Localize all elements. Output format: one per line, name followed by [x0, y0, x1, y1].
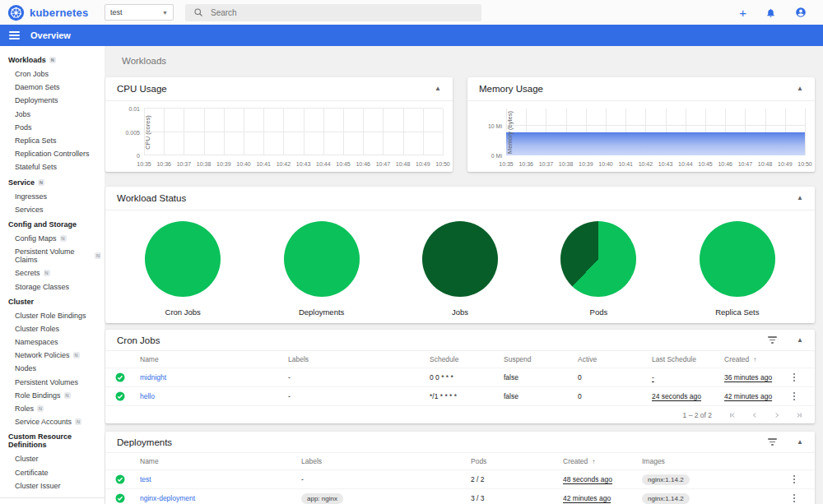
sidebar-item-deployments[interactable]: Deployments: [0, 94, 105, 107]
search-input[interactable]: [211, 8, 473, 17]
search-bar[interactable]: [185, 4, 481, 21]
x-tick-label: 10:49: [416, 161, 430, 167]
kebab-menu-icon[interactable]: [782, 494, 807, 502]
create-resource-button[interactable]: +: [739, 7, 746, 19]
next-page-icon[interactable]: [773, 411, 781, 419]
cron-jobs-card: Cron Jobs ▲ NameLabelsScheduleSuspendAct…: [105, 330, 815, 423]
sidebar-section-workloads[interactable]: WorkloadsN: [0, 52, 105, 67]
resource-name-link[interactable]: nginx-deployment: [140, 494, 195, 502]
collapse-icon[interactable]: ▲: [797, 337, 803, 344]
resource-name-link[interactable]: test: [140, 475, 151, 483]
memory-usage-chart: 0 Mi10 Mi10:3510:3610:3710:3810:3910:401…: [467, 101, 815, 171]
column-header-created[interactable]: Created↑: [724, 355, 782, 363]
gridline: [224, 109, 225, 155]
column-header-images[interactable]: Images: [642, 457, 782, 465]
collapse-icon[interactable]: ▲: [797, 195, 803, 201]
sidebar-item-network-policies[interactable]: Network PoliciesN: [0, 349, 105, 362]
column-header-created[interactable]: Created↑: [563, 457, 642, 465]
last-page-icon[interactable]: [795, 411, 803, 419]
sidebar-item-services[interactable]: Services: [0, 203, 105, 216]
account-icon[interactable]: [795, 7, 807, 18]
sidebar-section-cluster[interactable]: Cluster: [0, 294, 105, 309]
sidebar-item-daemon-sets[interactable]: Daemon Sets: [0, 81, 105, 94]
sidebar-item-persistent-volume-claims[interactable]: Persistent Volume ClaimsN: [0, 245, 105, 266]
label-chip: app: nginx: [301, 493, 343, 504]
sidebar-item-secrets[interactable]: SecretsN: [0, 266, 105, 280]
column-header-pods[interactable]: Pods: [471, 457, 563, 465]
sidebar-item-cluster-issuer[interactable]: Cluster Issuer: [0, 479, 105, 492]
sidebar-item-pods[interactable]: Pods: [0, 121, 105, 134]
collapse-icon[interactable]: ▲: [797, 86, 803, 92]
filter-icon[interactable]: [768, 438, 777, 446]
appbar-title: Overview: [30, 30, 71, 40]
menu-icon[interactable]: [9, 31, 20, 40]
namespace-select[interactable]: test ▼: [105, 4, 174, 21]
column-header-active[interactable]: Active: [578, 355, 652, 363]
memory-area-series: [506, 132, 805, 156]
x-tick-label: 10:39: [579, 161, 593, 167]
sidebar-item-config-maps[interactable]: Config MapsN: [0, 232, 105, 245]
sidebar-section-service[interactable]: ServiceN: [0, 174, 105, 190]
column-header-name[interactable]: Name: [140, 457, 301, 465]
sidebar-item-stateful-sets[interactable]: Stateful Sets: [0, 160, 105, 173]
pie-chart[interactable]: [422, 221, 498, 297]
pie-chart[interactable]: [284, 221, 360, 297]
pie-chart[interactable]: [560, 221, 636, 297]
gridline: [805, 109, 806, 155]
sidebar-item-service-accounts[interactable]: Service AccountsN: [0, 415, 105, 428]
workload-pie-pods: Pods: [529, 221, 667, 317]
workload-pie-jobs: Jobs: [391, 221, 529, 317]
sidebar-item-roles[interactable]: RolesN: [0, 402, 105, 415]
x-tick-label: 10:46: [356, 161, 370, 167]
sidebar-item-storage-classes[interactable]: Storage Classes: [0, 280, 105, 293]
pie-chart[interactable]: [700, 221, 775, 297]
sidebar-divider: [0, 497, 105, 498]
table-cell: -: [288, 392, 291, 400]
table-cell: */1 * * * *: [430, 392, 457, 400]
column-header-last-schedule[interactable]: Last Schedule: [652, 355, 724, 363]
x-tick-label: 10:42: [277, 161, 291, 167]
workload-status-card: Workload Status ▲ Cron JobsDeploymentsJo…: [105, 187, 815, 323]
sidebar-section-config-and-storage[interactable]: Config and Storage: [0, 216, 105, 232]
sidebar-item-persistent-volumes[interactable]: Persistent Volumes: [0, 376, 105, 389]
pie-chart[interactable]: [145, 221, 221, 297]
sidebar-item-ingresses[interactable]: Ingresses: [0, 190, 105, 203]
sidebar-item-jobs[interactable]: Jobs: [0, 108, 105, 121]
column-header-labels[interactable]: Labels: [288, 355, 430, 363]
sidebar-item-cluster[interactable]: Cluster: [0, 452, 105, 465]
collapse-icon[interactable]: ▲: [797, 439, 803, 446]
resource-name-link[interactable]: hello: [140, 392, 155, 400]
column-header-name[interactable]: Name: [140, 355, 288, 363]
kebab-menu-icon[interactable]: [782, 475, 807, 483]
previous-page-icon[interactable]: [751, 411, 759, 419]
sidebar-item-cron-jobs[interactable]: Cron Jobs: [0, 67, 105, 81]
sidebar-item-nodes[interactable]: Nodes: [0, 362, 105, 375]
first-page-icon[interactable]: [728, 411, 737, 419]
sidebar-section-custom-resource-definitions[interactable]: Custom Resource Definitions: [0, 428, 105, 452]
collapse-icon[interactable]: ▲: [435, 86, 441, 92]
notifications-bell-icon[interactable]: [765, 7, 776, 18]
sidebar-item-certificate[interactable]: Certificate: [0, 466, 105, 479]
column-header-suspend[interactable]: Suspend: [504, 355, 578, 363]
column-header-labels[interactable]: Labels: [301, 457, 471, 465]
filter-icon[interactable]: [768, 336, 777, 344]
kubernetes-logo[interactable]: kubernetes: [0, 4, 105, 21]
sidebar-item-role-bindings[interactable]: Role BindingsN: [0, 389, 105, 402]
x-tick-label: 10:39: [216, 161, 231, 167]
kebab-menu-icon[interactable]: [782, 392, 807, 400]
sidebar-item-cluster-roles[interactable]: Cluster Roles: [0, 322, 105, 335]
sidebar-item-replica-sets[interactable]: Replica Sets: [0, 134, 105, 147]
namespaced-badge: N: [37, 405, 44, 412]
table-cell: 3 / 3: [471, 494, 485, 502]
sidebar-item-namespaces[interactable]: Namespaces: [0, 335, 105, 349]
chevron-down-icon: ▼: [162, 10, 168, 16]
resource-name-link[interactable]: midnight: [140, 373, 166, 381]
kebab-menu-icon[interactable]: [782, 373, 807, 381]
column-header-schedule[interactable]: Schedule: [430, 355, 504, 363]
x-tick-label: 10:38: [197, 161, 212, 167]
sidebar-item-cluster-role-bindings[interactable]: Cluster Role Bindings: [0, 309, 105, 322]
sidebar-item-replication-controllers[interactable]: Replication Controllers: [0, 147, 105, 160]
y-tick-label: 0 Mi: [475, 153, 502, 159]
label-chip: nginx:1.14.2: [642, 493, 690, 504]
x-tick-label: 10:36: [518, 161, 533, 167]
